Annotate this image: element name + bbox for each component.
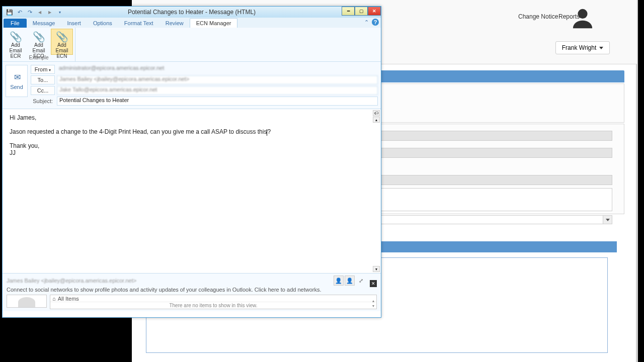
user-area: Frank Wright xyxy=(547,7,618,54)
activity-panel: ⌂All Items There are no items to show in… xyxy=(50,295,377,309)
subject-label: Subject: xyxy=(31,98,55,104)
body-scroll-controls: 🏷 ▴ xyxy=(373,110,380,123)
add-email-ecr-button[interactable]: 📎Add Email ECR xyxy=(5,29,27,55)
message-body[interactable]: 🏷 ▴ Hi James, Jason requested a change t… xyxy=(3,109,381,273)
send-label: Send xyxy=(10,84,23,90)
send-button[interactable]: ✉ Send xyxy=(6,65,28,97)
people-pane: James Bailey <jbailey@epicora.americas.e… xyxy=(3,273,381,311)
from-button[interactable]: From ▾ xyxy=(31,65,55,74)
close-button[interactable]: ✕ xyxy=(368,7,381,16)
window-titlebar[interactable]: 💾 ↶ ↷ ◀ ▶ ▾ Potential Changes to Heater … xyxy=(3,7,381,18)
body-line: Hi James, xyxy=(10,114,374,121)
save-icon[interactable]: 💾 xyxy=(6,8,14,16)
quick-access-toolbar: 💾 ↶ ↷ ◀ ▶ ▾ xyxy=(3,8,64,16)
to-field[interactable]: James Bailey <jbailey@epicora.americas.e… xyxy=(57,75,378,84)
subject-field[interactable]: Potential Changes to Heater xyxy=(57,97,378,106)
user-dropdown-button[interactable]: Frank Wright xyxy=(555,41,610,54)
paperclip-icon: 📎 xyxy=(56,31,68,42)
scroll-down-icon[interactable]: ▾ xyxy=(373,266,380,272)
contact-photo-1-icon[interactable]: 👤 xyxy=(334,276,344,286)
from-field[interactable]: administrator@epicora.americas.epicor.ne… xyxy=(57,65,378,74)
cc-field[interactable]: Jake Tallo@epicora.americas.epicor.net xyxy=(57,86,378,95)
scroll-up-icon[interactable]: ▴ xyxy=(370,298,377,303)
send-icon: ✉ xyxy=(14,72,19,82)
to-button[interactable]: To... xyxy=(31,75,55,84)
help-icon[interactable]: ? xyxy=(372,19,379,26)
add-email-eco-button[interactable]: 📎Add Email ECO xyxy=(28,29,50,55)
contact-photo-placeholder xyxy=(7,295,47,308)
ribbon-tabs: File Message Insert Options Format Text … xyxy=(3,18,381,28)
contact-name: James Bailey <jbailey@epicora.americas.e… xyxy=(7,278,136,284)
next-icon[interactable]: ▶ xyxy=(46,8,54,16)
tag-icon[interactable]: 🏷 xyxy=(373,110,380,116)
tab-review[interactable]: Review xyxy=(159,19,190,28)
scroll-up-icon[interactable]: ▴ xyxy=(373,117,380,123)
chevron-down-icon[interactable] xyxy=(603,216,612,224)
qat-dropdown-icon[interactable]: ▾ xyxy=(56,8,64,16)
add-email-ecn-button[interactable]: 📎Add Email ECN xyxy=(51,29,73,55)
from-label: From xyxy=(35,66,48,72)
body-line: Jason requested a change to the 4-Digit … xyxy=(10,128,374,135)
redo-icon[interactable]: ↷ xyxy=(26,8,34,16)
social-connect-message[interactable]: Connect to social networks to show profi… xyxy=(7,287,377,293)
cc-button[interactable]: Cc... xyxy=(31,86,55,95)
tab-ecn-manager[interactable]: ECN Manager xyxy=(190,18,238,28)
all-items-row[interactable]: ⌂All Items xyxy=(50,295,376,302)
home-icon: ⌂ xyxy=(52,296,56,302)
ribbon-group-label: Example xyxy=(5,55,73,60)
tab-file[interactable]: File xyxy=(4,19,27,28)
all-items-label: All Items xyxy=(58,296,79,302)
text-cursor xyxy=(267,129,267,136)
expand-icon[interactable]: ⤢ xyxy=(356,276,366,286)
contact-photo-2-icon[interactable]: 👤 xyxy=(345,276,355,286)
tab-options[interactable]: Options xyxy=(87,19,118,28)
close-social-msg-icon[interactable]: ✕ xyxy=(370,280,377,287)
maximize-button[interactable]: ▢ xyxy=(355,7,368,16)
tab-insert[interactable]: Insert xyxy=(61,19,87,28)
no-items-message: There are no items to show in this view. xyxy=(50,302,376,309)
tab-format-text[interactable]: Format Text xyxy=(118,19,159,28)
paperclip-icon: 📎 xyxy=(10,31,22,42)
user-avatar-icon xyxy=(547,7,618,32)
outlook-compose-window: 💾 ↶ ↷ ◀ ▶ ▾ Potential Changes to Heater … xyxy=(2,6,381,318)
user-name-label: Frank Wright xyxy=(562,44,596,51)
address-block: ✉ Send From ▾ administrator@epicora.amer… xyxy=(3,62,381,109)
collapse-ribbon-icon[interactable]: ⌃ xyxy=(363,19,370,26)
ribbon: 📎Add Email ECR 📎Add Email ECO 📎Add Email… xyxy=(3,28,381,62)
scroll-down-icon[interactable]: ▾ xyxy=(370,303,377,308)
body-line: Thank you,JJ xyxy=(10,142,374,156)
undo-icon[interactable]: ↶ xyxy=(16,8,24,16)
minimize-button[interactable]: ━ xyxy=(342,7,355,16)
prev-icon[interactable]: ◀ xyxy=(36,8,44,16)
tab-message[interactable]: Message xyxy=(27,19,61,28)
svg-point-0 xyxy=(578,9,587,19)
paperclip-icon: 📎 xyxy=(33,31,45,42)
window-controls: ━ ▢ ✕ xyxy=(342,7,381,16)
ribbon-group-example: 📎Add Email ECR 📎Add Email ECO 📎Add Email… xyxy=(3,28,75,61)
